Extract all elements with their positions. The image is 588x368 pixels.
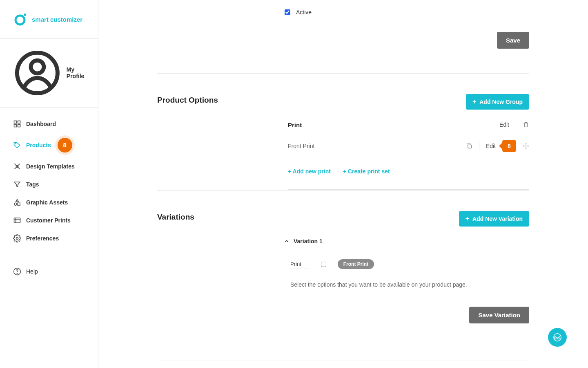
option-group-actions: Edit (499, 121, 529, 128)
product-options-title: Product Options (157, 94, 263, 190)
add-new-print-link[interactable]: + Add new print (288, 168, 331, 175)
svg-point-1 (24, 13, 26, 16)
logo[interactable]: smart customizer (0, 0, 98, 39)
chat-fab[interactable] (548, 328, 567, 347)
nav-label: Products (26, 142, 51, 148)
active-row: Active (157, 0, 529, 16)
variation-block: Variation 1 Print Front Print Select the… (263, 238, 529, 336)
sidebar-item-graphic-assets[interactable]: Graphic Assets (0, 193, 98, 211)
variation-name: Variation 1 (294, 238, 323, 245)
add-new-variation-button[interactable]: Add New Variation (459, 211, 529, 227)
logo-text: smart customizer (32, 16, 82, 23)
divider (288, 189, 529, 190)
sidebar: smart customizer My Profile Dashboard Pr… (0, 0, 98, 368)
duplicate-icon[interactable] (466, 143, 472, 149)
save-variation-row: Save Variation (284, 307, 529, 336)
main-content: Active Save Product Options Add New Grou… (98, 0, 588, 368)
products-badge: 8 (58, 138, 72, 153)
help-section: Help (0, 255, 98, 288)
plus-icon (472, 99, 476, 105)
sidebar-item-tags[interactable]: Tags (0, 175, 98, 193)
separator (479, 142, 479, 150)
create-print-set-link[interactable]: + Create print set (343, 168, 390, 175)
svg-rect-11 (18, 203, 20, 205)
help-icon (13, 267, 21, 276)
edit-group-link[interactable]: Edit (499, 121, 509, 128)
sidebar-item-profile[interactable]: My Profile (13, 49, 85, 97)
variation-print-label: Print (290, 259, 310, 269)
svg-point-8 (15, 143, 16, 144)
sidebar-item-dashboard[interactable]: Dashboard (0, 115, 98, 133)
separator (516, 121, 516, 128)
variation-option-row: Print Front Print (284, 259, 529, 269)
variations-body: Add New Variation Variation 1 Print Fron… (263, 211, 529, 336)
svg-rect-4 (14, 121, 17, 123)
add-links: + Add new print + Create print set (288, 168, 529, 175)
svg-rect-5 (18, 121, 20, 123)
variation-chip[interactable]: Front Print (338, 259, 374, 269)
nav-label: Tags (26, 181, 39, 188)
sidebar-item-products[interactable]: Products 8 (0, 133, 98, 157)
add-new-group-button[interactable]: Add New Group (466, 94, 529, 110)
svg-rect-6 (14, 124, 17, 127)
profile-label: My Profile (67, 66, 85, 79)
trash-icon[interactable] (523, 121, 529, 128)
svg-point-10 (14, 203, 17, 205)
save-row: Save (157, 16, 529, 73)
save-variation-button[interactable]: Save Variation (469, 307, 529, 323)
nav-label: Customer Prints (26, 217, 71, 224)
active-checkbox[interactable] (285, 9, 290, 15)
edit-item-link[interactable]: Edit (486, 143, 496, 149)
mail-icon (553, 333, 562, 342)
divider (157, 361, 529, 361)
variation-header[interactable]: Variation 1 (284, 238, 529, 245)
svg-rect-12 (14, 218, 20, 223)
shapes-icon (13, 198, 21, 206)
option-group-block: Print Edit Front Print Edit 8 (263, 121, 529, 190)
gear-icon (13, 234, 21, 242)
plus-icon (466, 215, 469, 222)
option-item-row: Front Print Edit 8 (288, 136, 529, 158)
save-button[interactable]: Save (497, 32, 529, 49)
nav-label: Dashboard (26, 121, 56, 127)
svg-point-15 (17, 273, 17, 273)
button-label: Add New Group (479, 99, 523, 105)
tag-icon (13, 141, 21, 149)
sidebar-item-customer-prints[interactable]: Customer Prints (0, 211, 98, 229)
option-item-actions: Edit 8 (466, 140, 529, 152)
variations-section: Variations Add New Variation Variation 1… (157, 191, 529, 361)
svg-point-13 (16, 237, 18, 239)
nav-label: Help (26, 268, 38, 275)
button-label: Add New Variation (472, 215, 523, 222)
design-templates-icon (13, 162, 21, 171)
logo-icon (13, 12, 27, 26)
option-item-name: Front Print (288, 143, 314, 149)
move-icon[interactable] (523, 143, 529, 149)
svg-point-3 (31, 61, 44, 74)
prints-icon (13, 216, 21, 224)
nav-label: Graphic Assets (26, 199, 68, 206)
sidebar-item-design-templates[interactable]: Design Templates (0, 157, 98, 175)
dashboard-icon (13, 120, 21, 128)
nav-label: Design Templates (26, 163, 75, 170)
svg-rect-7 (18, 124, 20, 127)
svg-rect-16 (468, 145, 471, 148)
active-label: Active (296, 9, 312, 16)
sidebar-item-help[interactable]: Help (0, 263, 98, 280)
variation-help-text: Select the options that you want to be a… (284, 281, 529, 288)
filter-icon (13, 180, 21, 188)
variation-option-checkbox[interactable] (321, 262, 326, 267)
profile-icon (13, 49, 62, 97)
nav-label: Preferences (26, 235, 59, 242)
option-group-name: Print (288, 121, 302, 128)
svg-point-0 (16, 16, 24, 25)
variations-title: Variations (157, 211, 263, 336)
profile-section: My Profile (0, 39, 98, 108)
chevron-up-icon (284, 238, 290, 244)
product-options-body: Add New Group Print Edit Front Print (263, 94, 529, 190)
tutorial-pointer-badge: 8 (502, 140, 516, 152)
option-group-header: Print Edit (288, 121, 529, 128)
nav-main: Dashboard Products 8 Design Templates Ta… (0, 108, 98, 255)
sidebar-item-preferences[interactable]: Preferences (0, 229, 98, 247)
product-options-section: Product Options Add New Group Print Edit (157, 74, 529, 190)
